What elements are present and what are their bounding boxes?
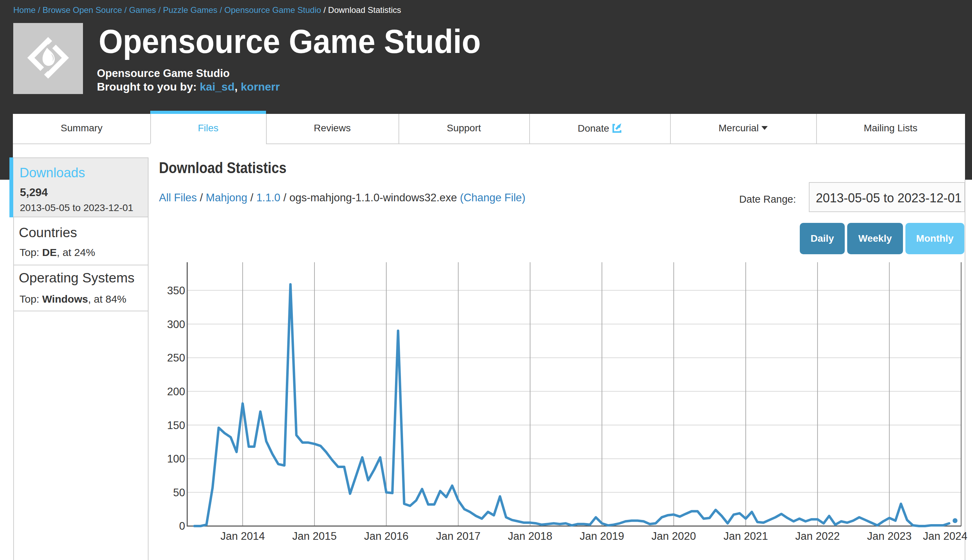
svg-text:Jan 2017: Jan 2017 [436,530,481,542]
svg-text:Jan 2021: Jan 2021 [723,530,768,542]
svg-text:Jan 2019: Jan 2019 [580,530,624,542]
svg-text:200: 200 [167,385,185,398]
svg-text:300: 300 [167,318,185,330]
svg-text:150: 150 [167,419,185,432]
svg-text:Jan 2020: Jan 2020 [652,530,696,542]
svg-text:50: 50 [173,487,185,499]
svg-text:Jan 2022: Jan 2022 [795,530,840,542]
svg-text:350: 350 [167,285,185,297]
svg-text:Jan 2016: Jan 2016 [364,530,408,542]
svg-text:Jan 2014: Jan 2014 [220,530,265,542]
svg-text:100: 100 [167,453,185,465]
svg-text:250: 250 [167,352,185,364]
svg-text:0: 0 [179,520,185,532]
svg-text:Jan 2015: Jan 2015 [292,530,337,542]
svg-text:Jan 2024: Jan 2024 [923,530,967,542]
svg-text:Jan 2018: Jan 2018 [508,530,552,542]
svg-text:Jan 2023: Jan 2023 [867,530,912,542]
